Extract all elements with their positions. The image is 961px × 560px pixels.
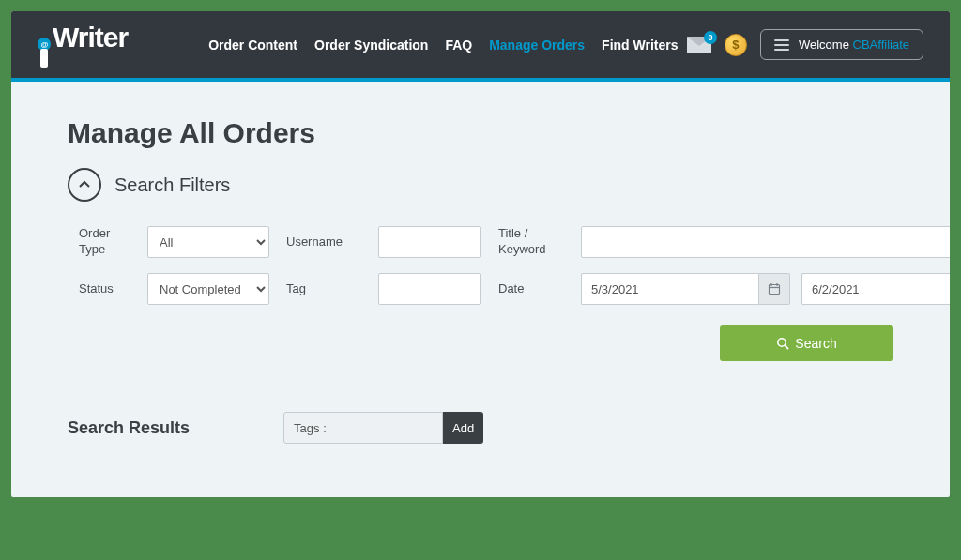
date-from-picker-button[interactable] xyxy=(758,273,790,305)
welcome-prefix: Welcome xyxy=(799,38,853,52)
content: Manage All Orders Search Filters Order T… xyxy=(11,82,950,462)
status-label: Status xyxy=(79,281,130,297)
calendar-icon xyxy=(768,282,781,295)
nav-find-writers[interactable]: Find Writers xyxy=(602,38,678,53)
date-from-group xyxy=(581,273,790,305)
logo[interactable]: @ Writer xyxy=(38,22,128,68)
status-select[interactable]: Not Completed xyxy=(147,273,269,305)
hamburger-icon xyxy=(774,39,789,51)
page-title: Manage All Orders xyxy=(68,117,893,149)
svg-point-8 xyxy=(778,339,786,346)
filters-grid: Order Type All Username Title / Keyword … xyxy=(79,226,893,305)
filters-header: Search Filters xyxy=(68,168,893,202)
search-button-label: Search xyxy=(795,336,836,351)
nav-order-syndication[interactable]: Order Syndication xyxy=(314,38,428,53)
nav-manage-orders[interactable]: Manage Orders xyxy=(489,38,585,53)
collapse-filters-button[interactable] xyxy=(68,168,101,202)
tag-input[interactable] xyxy=(378,273,481,305)
results-title: Search Results xyxy=(68,418,190,438)
search-button[interactable]: Search xyxy=(720,325,893,361)
tag-label: Tag xyxy=(286,281,361,297)
search-icon xyxy=(776,337,789,350)
date-to-group xyxy=(801,273,950,305)
app-frame: @ Writer Order Content Order Syndication… xyxy=(11,11,950,497)
svg-rect-0 xyxy=(770,285,780,295)
username-input[interactable] xyxy=(378,226,481,258)
search-button-row: Search xyxy=(68,325,893,361)
title-keyword-label: Title / Keyword xyxy=(498,226,564,258)
add-tag-button[interactable]: Add xyxy=(443,412,483,444)
username-label: Username xyxy=(286,235,361,250)
nav-faq[interactable]: FAQ xyxy=(445,38,472,53)
nav-order-content[interactable]: Order Content xyxy=(208,38,297,53)
user-menu[interactable]: Welcome CBAffiliate xyxy=(760,29,923,60)
coin-icon[interactable]: $ xyxy=(725,34,747,56)
logo-stem xyxy=(40,49,48,68)
nav: Order Content Order Syndication FAQ Mana… xyxy=(208,38,678,53)
order-type-label: Order Type xyxy=(79,226,130,258)
results-row: Search Results Add xyxy=(68,412,893,444)
date-to-input[interactable] xyxy=(801,273,950,305)
welcome-text: Welcome CBAffiliate xyxy=(799,38,909,52)
chevron-up-icon xyxy=(78,178,91,191)
tags-group: Add xyxy=(283,412,483,444)
welcome-user: CBAffiliate xyxy=(853,38,909,52)
tags-input[interactable] xyxy=(283,412,443,444)
logo-text: Writer xyxy=(53,22,128,53)
nav-right: 0 $ Welcome CBAffiliate xyxy=(687,29,923,60)
date-row xyxy=(581,273,950,305)
topbar: @ Writer Order Content Order Syndication… xyxy=(11,11,950,82)
date-from-input[interactable] xyxy=(581,273,758,305)
svg-line-9 xyxy=(786,345,789,349)
filters-title: Search Filters xyxy=(114,174,230,196)
logo-i-icon: @ xyxy=(38,38,51,68)
order-type-select[interactable]: All xyxy=(147,226,269,258)
title-keyword-input[interactable] xyxy=(581,226,950,258)
mail-badge: 0 xyxy=(704,31,717,44)
date-label: Date xyxy=(498,281,564,297)
mail-button[interactable]: 0 xyxy=(687,37,711,53)
